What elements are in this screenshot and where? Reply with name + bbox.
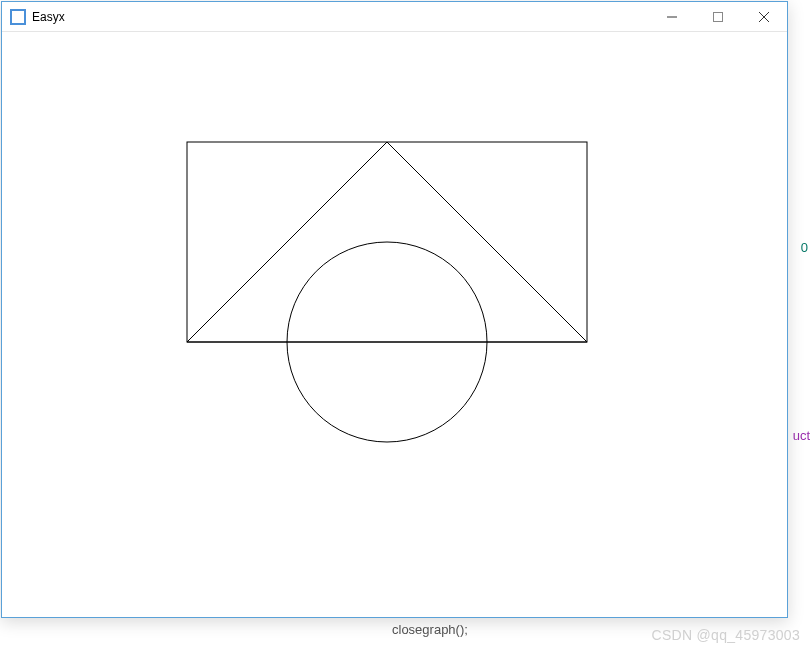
app-window: Easyx <box>1 1 788 618</box>
code-fragment: 0 <box>801 240 808 255</box>
close-icon <box>759 12 769 22</box>
minimize-button[interactable] <box>649 2 695 32</box>
svg-rect-1 <box>714 12 723 21</box>
maximize-icon <box>713 12 723 22</box>
window-title: Easyx <box>32 10 65 24</box>
code-fragment: closegraph(); <box>392 622 468 637</box>
close-button[interactable] <box>741 2 787 32</box>
client-area <box>2 32 787 617</box>
graphics-canvas <box>2 32 789 619</box>
minimize-icon <box>667 12 677 22</box>
app-icon <box>10 9 26 25</box>
titlebar[interactable]: Easyx <box>2 2 787 32</box>
code-fragment: uct <box>793 428 810 443</box>
maximize-button[interactable] <box>695 2 741 32</box>
